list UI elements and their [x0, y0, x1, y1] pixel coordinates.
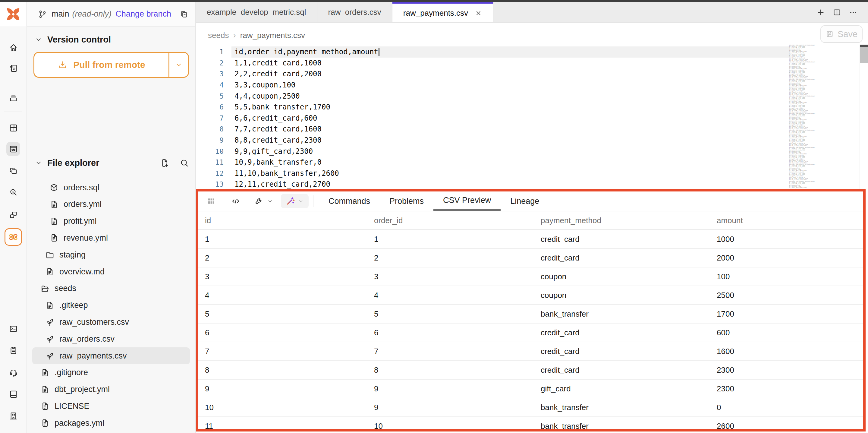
- table-cell: 9: [198, 384, 367, 394]
- table-cell: 5: [198, 309, 367, 319]
- table-view-icon[interactable]: [206, 196, 216, 206]
- line-text[interactable]: 6,6,credit_card,600: [231, 113, 789, 124]
- panel-tab-lineage[interactable]: Lineage: [501, 192, 549, 211]
- line-text[interactable]: 1,1,credit_card,1000: [231, 58, 789, 69]
- file-item-overview-md[interactable]: overview.md: [32, 263, 190, 280]
- terminal-icon[interactable]: [6, 322, 20, 336]
- table-cell: 1000: [710, 235, 863, 244]
- file-item-profit-yml[interactable]: profit.yml: [32, 213, 190, 230]
- file-item--gitignore[interactable]: .gitignore: [32, 364, 190, 381]
- file-item-raw-customers-csv[interactable]: raw_customers.csv: [32, 314, 190, 330]
- magic-wand-button[interactable]: [281, 194, 309, 208]
- panel-tab-commands[interactable]: Commands: [319, 192, 380, 211]
- file-item-license[interactable]: LICENSE: [32, 398, 190, 414]
- search-insights-icon[interactable]: [6, 185, 20, 199]
- line-text[interactable]: 7,7,credit_card,1600: [231, 124, 789, 135]
- chevron-down-icon[interactable]: [35, 36, 42, 44]
- file-item-seeds[interactable]: seeds: [32, 280, 190, 297]
- folder-icon: [45, 250, 55, 260]
- save-button[interactable]: Save: [820, 25, 863, 43]
- dbt-logo: [0, 2, 26, 27]
- table-cell: 1: [367, 235, 534, 244]
- file-item-label: seeds: [55, 284, 76, 293]
- tab-raw-orders-csv[interactable]: raw_orders.csv: [317, 2, 393, 22]
- dashboard-icon[interactable]: [6, 121, 20, 135]
- line-text[interactable]: 10,9,bank_transfer,0: [231, 157, 789, 168]
- frame-select-icon[interactable]: [6, 164, 20, 178]
- table-cell: bank_transfer: [534, 422, 710, 431]
- branch-mode: (read-only): [72, 9, 112, 19]
- windows-icon[interactable]: [6, 208, 20, 222]
- panel-tab-csv-preview[interactable]: CSV Preview: [433, 192, 501, 211]
- building-icon[interactable]: [6, 409, 20, 423]
- csv-preview-table: idorder_idpayment_methodamount 11credit_…: [198, 211, 863, 432]
- pull-options-dropdown[interactable]: [169, 53, 188, 77]
- editor-minimap[interactable]: id,order_id,payment_method,amount 1,1,cr…: [789, 45, 858, 190]
- table-cell: 0: [710, 403, 863, 412]
- file-item--gitkeep[interactable]: .gitkeep: [32, 297, 190, 314]
- clipboard-icon[interactable]: [6, 343, 20, 357]
- line-number: 11: [196, 158, 231, 166]
- file-item-label: packages.yml: [55, 418, 104, 428]
- chevron-down-icon[interactable]: [267, 198, 273, 204]
- file-item-raw-payments-csv[interactable]: raw_payments.csv: [32, 347, 190, 364]
- wrench-icon[interactable]: [254, 196, 264, 206]
- code-editor-icon[interactable]: [6, 142, 20, 156]
- split-editor-icon[interactable]: [832, 8, 841, 17]
- book-icon[interactable]: [6, 387, 20, 401]
- close-icon[interactable]: [475, 9, 482, 17]
- minimap-content: id,order_id,payment_method,amount 1,1,cr…: [789, 45, 858, 189]
- atom-icon[interactable]: [4, 228, 22, 246]
- search-icon[interactable]: [179, 158, 189, 168]
- line-text[interactable]: 3,3,coupon,100: [231, 80, 789, 91]
- layers-icon[interactable]: [6, 91, 20, 105]
- chevron-down-icon[interactable]: [35, 159, 42, 167]
- branch-row: main (read-only) Change branch: [27, 2, 195, 27]
- line-text[interactable]: 2,2,credit_card,2000: [231, 68, 789, 80]
- seed-icon: [45, 334, 55, 344]
- change-branch-link[interactable]: Change branch: [116, 9, 171, 19]
- tab-raw-payments-csv[interactable]: raw_payments.csv: [393, 2, 493, 22]
- line-number: 5: [196, 92, 231, 100]
- breadcrumb-folder: seeds: [208, 31, 229, 40]
- panel-tab-problems[interactable]: Problems: [380, 192, 433, 211]
- file-item-label: raw_customers.csv: [59, 318, 129, 327]
- file-item-dbt-project-yml[interactable]: dbt_project.yml: [32, 381, 190, 398]
- copy-commit-icon[interactable]: [179, 9, 189, 19]
- table-row: 44coupon2500: [198, 286, 863, 305]
- table-cell: 4: [367, 291, 534, 300]
- file-icon: [45, 300, 55, 310]
- table-cell: 2300: [710, 384, 863, 394]
- file-item-raw-orders-csv[interactable]: raw_orders.csv: [32, 330, 190, 347]
- code-view-icon[interactable]: [231, 196, 241, 206]
- notebook-icon[interactable]: [6, 61, 20, 75]
- tab-example-develop-metric-sql[interactable]: example_develop_metric.sql: [196, 2, 317, 22]
- new-file-icon[interactable]: [160, 158, 170, 168]
- code-editor[interactable]: 1id,order_id,payment_method,amount21,1,c…: [196, 47, 789, 190]
- file-item-orders-sql[interactable]: orders.sql: [32, 179, 190, 196]
- more-options-icon[interactable]: [849, 8, 858, 17]
- headset-icon[interactable]: [6, 366, 20, 379]
- scrollbar-thumb[interactable]: [860, 47, 868, 63]
- line-text[interactable]: 12,11,credit_card,2700: [231, 179, 789, 190]
- file-item-staging[interactable]: staging: [32, 247, 190, 263]
- line-text[interactable]: 8,8,credit_card,2300: [231, 135, 789, 146]
- file-item-orders-yml[interactable]: orders.yml: [32, 196, 190, 213]
- file-item-packages-yml[interactable]: packages.yml: [32, 414, 190, 432]
- line-text[interactable]: id,order_id,payment_method,amount: [231, 47, 789, 58]
- table-cell: 1700: [710, 309, 863, 319]
- line-number: 4: [196, 81, 231, 89]
- line-text[interactable]: 4,4,coupon,2500: [231, 90, 789, 102]
- file-item-label: .gitkeep: [59, 300, 88, 310]
- line-text[interactable]: 9,9,gift_card,2300: [231, 146, 789, 157]
- line-text[interactable]: 11,10,bank_transfer,2600: [231, 168, 789, 179]
- tab-label: raw_payments.csv: [403, 8, 468, 18]
- column-header-id: id: [198, 216, 367, 225]
- pull-from-remote-button[interactable]: Pull from remote: [33, 52, 189, 78]
- breadcrumb-file: raw_payments.csv: [240, 31, 305, 40]
- new-tab-icon[interactable]: [816, 8, 825, 17]
- line-text[interactable]: 5,5,bank_transfer,1700: [231, 102, 789, 113]
- file-item-revenue-yml[interactable]: revenue.yml: [32, 229, 190, 247]
- text-cursor: [378, 48, 379, 56]
- home-icon[interactable]: [6, 41, 20, 55]
